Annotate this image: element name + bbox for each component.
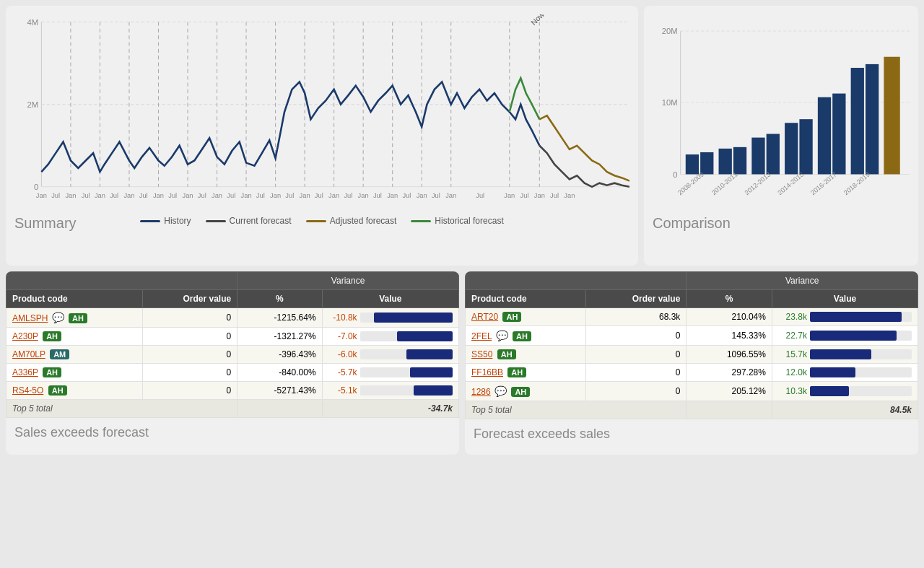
product-link[interactable]: ART20 [471, 312, 498, 322]
sales-exceeds-panel: Variance Product code Order value % Valu… [6, 271, 459, 455]
svg-text:Jul: Jul [520, 192, 529, 199]
table-row: SS50 AH 0 1096.55% 15.7k [466, 346, 918, 364]
product-link[interactable]: AMLSPH [12, 313, 48, 323]
table-row: A336P AH 0 -840.00% -5.7k [6, 364, 459, 382]
svg-text:Jan: Jan [270, 192, 281, 199]
order-value-cell: 0 [143, 382, 237, 400]
product-link[interactable]: A336P [12, 367, 38, 377]
badge: AH [48, 385, 67, 396]
product-link[interactable]: RS4-5O [12, 385, 43, 396]
empty-header2 [466, 272, 687, 290]
svg-text:Jan: Jan [358, 192, 369, 199]
value-cell: 10.3k [772, 382, 918, 401]
value-cell: -10.8k [322, 308, 458, 328]
svg-text:Jul: Jul [315, 192, 323, 199]
bar-track [810, 386, 912, 396]
percent-cell: -5271.43% [237, 382, 322, 400]
svg-text:Jul: Jul [550, 192, 559, 199]
sales-exceeds-table: Variance Product code Order value % Valu… [6, 271, 459, 418]
product-link[interactable]: 1286 [471, 387, 491, 397]
legend-history-line [140, 220, 160, 222]
svg-rect-68 [719, 149, 732, 175]
bar-track [810, 349, 912, 359]
svg-rect-69 [733, 147, 746, 175]
product-link[interactable]: A230P [12, 331, 38, 341]
svg-rect-78 [884, 57, 899, 175]
svg-rect-71 [767, 134, 780, 175]
svg-text:Jul: Jul [227, 192, 235, 199]
product-code-cell: ART20 AH [466, 308, 586, 326]
percent-cell: -1321.27% [237, 328, 322, 346]
svg-text:Jan: Jan [153, 192, 164, 199]
bar-track [810, 312, 912, 322]
svg-rect-74 [818, 97, 831, 175]
percent-cell: 297.28% [687, 364, 772, 382]
bar-fill [397, 331, 453, 341]
comparison-title: Comparison [653, 215, 910, 232]
bar-fill [810, 386, 849, 396]
bar-fill [410, 367, 453, 377]
forecast-footer: Top 5 total 84.5k [466, 401, 918, 419]
product-link[interactable]: 2FEL [471, 331, 492, 341]
bar-value-label: -7.0k [328, 331, 357, 341]
bar-value-label: 22.7k [778, 331, 807, 341]
svg-text:Jan: Jan [182, 192, 193, 199]
product-link[interactable]: AM70LP [12, 349, 45, 359]
table-row: AM70LP AM 0 -396.43% -6.0k [6, 346, 459, 364]
value-header: Value [322, 290, 458, 308]
percent-header: % [237, 290, 322, 308]
bar-fill [810, 367, 855, 377]
product-code-cell: RS4-5O AH [6, 382, 143, 400]
forecast-exceeds-table: Variance Product code Order value % Valu… [465, 271, 918, 419]
svg-text:Jul: Jul [110, 192, 118, 199]
legend-adjusted-label: Adjusted forecast [330, 216, 397, 226]
order-value-cell: 0 [143, 364, 237, 382]
legend-historical-line [411, 220, 431, 222]
svg-text:Jan: Jan [564, 192, 575, 199]
percent-cell: -1215.64% [237, 308, 322, 328]
badge: AH [43, 331, 61, 341]
product-link[interactable]: FF16BB [471, 367, 503, 377]
variance-header-row2: Variance [466, 272, 918, 290]
forecast-footer-value: 84.5k [772, 401, 918, 419]
percent-cell: 145.33% [687, 326, 772, 346]
badge: AH [497, 349, 516, 359]
chat-icon: 💬 [496, 330, 508, 341]
variance-header: Variance [237, 272, 459, 290]
product-link[interactable]: SS50 [471, 349, 492, 359]
svg-text:Jan: Jan [534, 192, 545, 199]
chat-icon: 💬 [494, 385, 507, 397]
bar-track [360, 385, 453, 396]
svg-text:Jan: Jan [65, 192, 76, 199]
svg-rect-67 [700, 152, 713, 175]
legend-historical-label: Historical forecast [435, 216, 503, 226]
badge: AH [69, 313, 87, 323]
badge: AM [50, 349, 69, 359]
value-header2: Value [772, 290, 918, 308]
svg-text:Jan: Jan [212, 192, 222, 199]
col-header-row: Product code Order value % Value [6, 290, 459, 308]
table-row: 2FEL 💬 AH 0 145.33% 22.7k [466, 326, 918, 346]
product-code-header2: Product code [466, 290, 586, 308]
svg-rect-66 [686, 154, 699, 174]
svg-text:Jan: Jan [445, 192, 456, 199]
svg-text:Jul: Jul [139, 192, 148, 199]
summary-panel: 4M 2M 0 Now [6, 6, 638, 266]
order-value-cell: 0 [585, 326, 687, 346]
bar-track [360, 349, 453, 359]
bar-value-label: 12.0k [778, 367, 807, 377]
bar-fill [374, 313, 453, 323]
svg-text:Jul: Jul [373, 192, 382, 199]
forecast-footer-label: Top 5 total [466, 401, 687, 419]
percent-header2: % [687, 290, 772, 308]
svg-text:Jan: Jan [328, 192, 339, 199]
svg-text:Jul: Jul [51, 192, 60, 199]
bar-track [810, 367, 912, 377]
variance-header-row: Variance [6, 272, 459, 290]
top-row: 4M 2M 0 Now [6, 6, 918, 266]
badge: AH [507, 367, 526, 377]
table-row: ART20 AH 68.3k 210.04% 23.8k [466, 308, 918, 326]
summary-chart: 4M 2M 0 Now [14, 14, 629, 209]
bottom-row: Variance Product code Order value % Valu… [6, 271, 918, 455]
bar-value-label: -5.7k [328, 367, 357, 377]
